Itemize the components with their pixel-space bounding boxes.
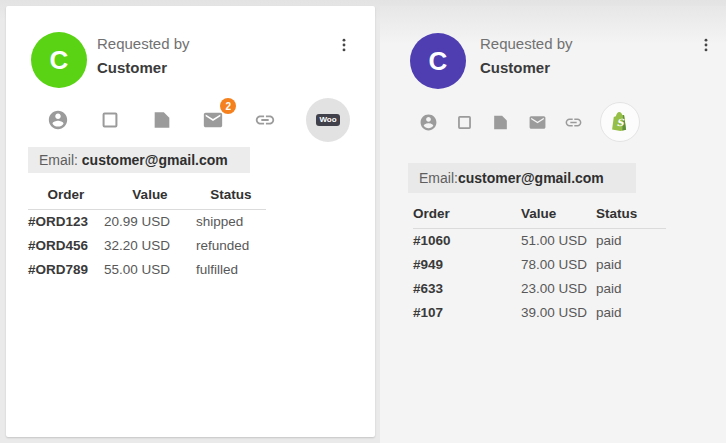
order-status: paid bbox=[596, 301, 666, 325]
orders-table: Order Value Status #1060 51.00 USD paid … bbox=[413, 206, 666, 325]
order-status: paid bbox=[596, 253, 666, 277]
toolbar: 2 Woo bbox=[47, 98, 350, 142]
col-header-value: Value bbox=[521, 206, 596, 229]
order-value: 23.00 USD bbox=[521, 277, 596, 301]
order-value: 55.00 USD bbox=[104, 258, 196, 282]
email-field: Email: customer@gmail.com bbox=[28, 147, 250, 173]
order-status: paid bbox=[596, 277, 666, 301]
card-header-text: Requested by Customer bbox=[480, 35, 573, 76]
col-header-order: Order bbox=[413, 206, 521, 229]
more-options-icon[interactable] bbox=[335, 36, 353, 58]
requester-name: Customer bbox=[480, 59, 573, 76]
link-icon[interactable] bbox=[254, 109, 276, 131]
order-id: #949 bbox=[413, 253, 521, 277]
orders-table-header-row: Order Value Status bbox=[413, 206, 666, 229]
avatar-letter: C bbox=[429, 46, 448, 77]
email-value: customer@gmail.com bbox=[458, 170, 604, 186]
order-row: #633 23.00 USD paid bbox=[413, 277, 666, 301]
order-value: 78.00 USD bbox=[521, 253, 596, 277]
toolbar: S bbox=[419, 100, 640, 144]
more-options-icon[interactable] bbox=[697, 36, 715, 58]
document-icon[interactable] bbox=[151, 109, 173, 131]
person-icon[interactable] bbox=[47, 109, 69, 131]
order-id: #ORD123 bbox=[28, 210, 104, 235]
window-icon[interactable] bbox=[99, 109, 121, 131]
orders-table: Order Value Status #ORD123 20.99 USD shi… bbox=[28, 187, 266, 282]
order-id: #107 bbox=[413, 301, 521, 325]
order-value: 39.00 USD bbox=[521, 301, 596, 325]
mail-icon[interactable]: 2 bbox=[202, 109, 224, 131]
order-row: #949 78.00 USD paid bbox=[413, 253, 666, 277]
mail-icon[interactable] bbox=[528, 113, 547, 132]
document-icon[interactable] bbox=[491, 113, 510, 132]
shopify-icon[interactable]: S bbox=[600, 102, 640, 142]
requester-name: Customer bbox=[97, 59, 190, 76]
woo-logo-label: Woo bbox=[316, 114, 339, 126]
col-header-value: Value bbox=[104, 187, 196, 210]
avatar: C bbox=[31, 32, 87, 88]
orders-table-header-row: Order Value Status bbox=[28, 187, 266, 210]
col-header-status: Status bbox=[196, 187, 266, 210]
col-header-order: Order bbox=[28, 187, 104, 210]
avatar: C bbox=[410, 33, 466, 89]
order-status: refunded bbox=[196, 234, 266, 258]
avatar-letter: C bbox=[50, 45, 69, 76]
email-label: Email: bbox=[419, 170, 458, 186]
order-value: 32.20 USD bbox=[104, 234, 196, 258]
order-id: #1060 bbox=[413, 229, 521, 254]
person-icon[interactable] bbox=[419, 113, 438, 132]
requested-by-label: Requested by bbox=[97, 35, 190, 52]
link-icon[interactable] bbox=[564, 113, 583, 132]
order-row: #ORD123 20.99 USD shipped bbox=[28, 210, 266, 235]
order-row: #ORD456 32.20 USD refunded bbox=[28, 234, 266, 258]
order-id: #ORD456 bbox=[28, 234, 104, 258]
order-status: shipped bbox=[196, 210, 266, 235]
customer-card-shopify: C Requested by Customer S bbox=[380, 6, 726, 443]
woocommerce-icon[interactable]: Woo bbox=[306, 98, 350, 142]
col-header-status: Status bbox=[596, 206, 666, 229]
order-row: #1060 51.00 USD paid bbox=[413, 229, 666, 254]
customer-card-woocommerce: C Requested by Customer 2 Woo Email: cus… bbox=[6, 6, 375, 437]
email-label: Email: bbox=[39, 152, 82, 168]
order-status: paid bbox=[596, 229, 666, 254]
card-header-text: Requested by Customer bbox=[97, 35, 190, 76]
window-icon[interactable] bbox=[455, 113, 474, 132]
order-id: #ORD789 bbox=[28, 258, 104, 282]
shopify-logo-letter: S bbox=[617, 117, 625, 128]
mail-badge: 2 bbox=[220, 98, 236, 114]
email-value: customer@gmail.com bbox=[82, 152, 228, 168]
order-value: 20.99 USD bbox=[104, 210, 196, 235]
order-id: #633 bbox=[413, 277, 521, 301]
email-field: Email:customer@gmail.com bbox=[408, 163, 636, 193]
order-value: 51.00 USD bbox=[521, 229, 596, 254]
order-row: #107 39.00 USD paid bbox=[413, 301, 666, 325]
requested-by-label: Requested by bbox=[480, 35, 573, 52]
order-row: #ORD789 55.00 USD fulfilled bbox=[28, 258, 266, 282]
order-status: fulfilled bbox=[196, 258, 266, 282]
